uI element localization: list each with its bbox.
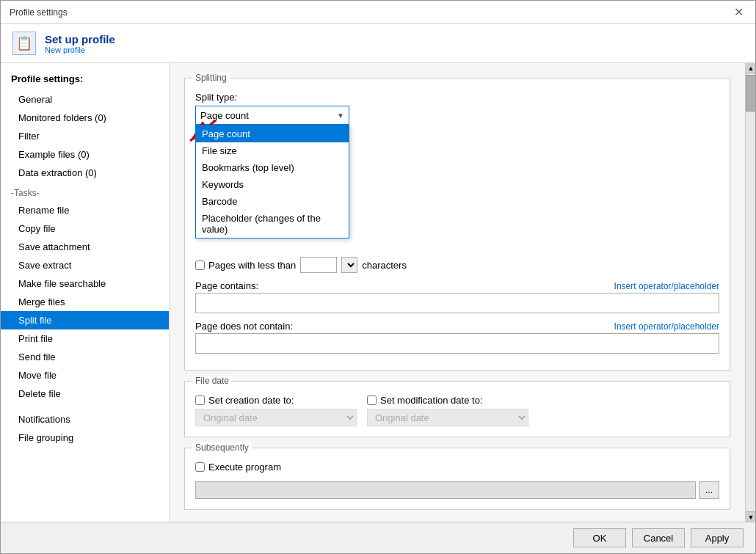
dropdown-option-keywords[interactable]: Keywords: [196, 176, 349, 193]
sidebar-item-merge-files[interactable]: Merge files: [1, 293, 169, 311]
scroll-down-button[interactable]: ▼: [746, 511, 755, 522]
pages-less-row: Pages with less than characters: [195, 257, 719, 273]
file-date-section: File date Set creation date to: Original…: [184, 381, 730, 437]
sidebar-item-save-attachment[interactable]: Save attachment: [1, 238, 169, 256]
sidebar-title: Profile settings:: [1, 70, 169, 90]
page-contains-section: Page contains: Insert operator/placehold…: [195, 280, 719, 313]
set-modification-date-checkbox[interactable]: [367, 396, 377, 405]
creation-date-group: Set creation date to: Original date: [195, 395, 357, 426]
header-title: Set up profile: [45, 33, 115, 45]
characters-label: characters: [362, 260, 407, 271]
pages-less-checkbox-label: Pages with less than: [195, 260, 296, 271]
page-contains-header: Page contains: Insert operator/placehold…: [195, 280, 719, 291]
window-title: Profile settings: [10, 7, 68, 18]
browse-button[interactable]: ...: [699, 481, 719, 499]
content-area: Splitting Split type: Page count ▼ Page …: [170, 63, 745, 522]
sidebar-item-filter[interactable]: Filter: [1, 127, 169, 145]
file-date-legend: File date: [192, 376, 232, 386]
split-type-dropdown[interactable]: Page count ▼: [195, 106, 349, 125]
split-type-label: Split type:: [195, 92, 719, 103]
scroll-up-button[interactable]: ▲: [746, 63, 755, 73]
subsequently-section: Subsequently Execute program ...: [184, 448, 730, 510]
dropdown-option-barcode[interactable]: Barcode: [196, 193, 349, 210]
sidebar-item-make-file-searchable[interactable]: Make file searchable: [1, 274, 169, 293]
page-not-contain-section: Page does not contain: Insert operator/p…: [195, 321, 719, 354]
cancel-button[interactable]: Cancel: [632, 528, 685, 547]
sidebar-item-monitored-folders[interactable]: Monitored folders (0): [1, 109, 169, 127]
creation-date-select[interactable]: Original date: [195, 409, 357, 426]
header: 📋 Set up profile New profile: [1, 24, 755, 63]
pages-less-value-input[interactable]: [300, 257, 337, 273]
main-window: Profile settings ✕ 📋 Set up profile New …: [0, 0, 756, 554]
page-not-contain-label: Page does not contain:: [195, 321, 293, 332]
pages-less-select[interactable]: [341, 257, 357, 273]
page-not-contain-input[interactable]: [195, 333, 719, 354]
dropdown-option-placeholder[interactable]: Placeholder (changes of the value): [196, 210, 349, 238]
set-creation-date-checkbox[interactable]: [195, 396, 205, 405]
main-body: Profile settings: General Monitored fold…: [1, 63, 755, 522]
ok-button[interactable]: OK: [573, 528, 626, 547]
header-subtitle: New profile: [45, 45, 115, 54]
sidebar-item-copy-file[interactable]: Copy file: [1, 219, 169, 238]
sidebar-item-delete-file[interactable]: Delete file: [1, 384, 169, 403]
dropdown-option-file-size[interactable]: File size: [196, 142, 349, 159]
page-contains-input[interactable]: [195, 293, 719, 313]
page-not-contain-header: Page does not contain: Insert operator/p…: [195, 321, 719, 332]
sidebar-item-data-extraction[interactable]: Data extraction (0): [1, 164, 169, 182]
profile-icon: 📋: [12, 32, 36, 55]
sidebar-item-notifications[interactable]: Notifications: [1, 410, 169, 429]
sidebar-item-print-file[interactable]: Print file: [1, 329, 169, 348]
modification-date-group: Set modification date to: Original date: [367, 395, 528, 426]
header-texts: Set up profile New profile: [45, 33, 115, 54]
dropdown-option-bookmarks[interactable]: Bookmarks (top level): [196, 159, 349, 176]
date-row: Set creation date to: Original date Set …: [195, 395, 719, 426]
footer: OK Cancel Apply: [1, 522, 755, 553]
pages-less-checkbox[interactable]: [195, 260, 205, 270]
modification-checkbox-row: Set modification date to:: [367, 395, 528, 406]
close-button[interactable]: ✕: [731, 5, 746, 19]
dropdown-arrow-icon: ▼: [337, 112, 344, 120]
split-type-dropdown-wrapper: Page count ▼ Page count File size Bookma…: [195, 106, 349, 125]
execute-program-input-row: ...: [195, 478, 719, 499]
creation-checkbox-row: Set creation date to:: [195, 395, 357, 406]
sidebar-item-file-grouping[interactable]: File grouping: [1, 429, 169, 447]
sidebar-item-move-file[interactable]: Move file: [1, 366, 169, 384]
sidebar-item-save-extract[interactable]: Save extract: [1, 256, 169, 274]
splitting-legend: Splitting: [192, 73, 230, 83]
sidebar-item-send-file[interactable]: Send file: [1, 348, 169, 366]
sidebar-item-split-file[interactable]: Split file: [1, 311, 169, 329]
execute-program-input[interactable]: [195, 481, 696, 499]
set-creation-date-label: Set creation date to:: [208, 395, 294, 406]
scroll-thumb[interactable]: [746, 75, 755, 112]
set-modification-date-label: Set modification date to:: [380, 395, 482, 406]
apply-button[interactable]: Apply: [691, 528, 744, 547]
page-contains-label: Page contains:: [195, 280, 258, 291]
execute-program-checkbox[interactable]: [195, 462, 205, 472]
dropdown-selected-value: Page count: [200, 110, 249, 121]
execute-program-row: Execute program: [195, 462, 719, 473]
split-type-menu: Page count File size Bookmarks (top leve…: [195, 125, 349, 238]
sidebar-item-rename-file[interactable]: Rename file: [1, 201, 169, 219]
subsequently-legend: Subsequently: [192, 442, 252, 453]
pages-less-label: Pages with less than: [208, 260, 296, 271]
insert-placeholder-link-2[interactable]: Insert operator/placeholder: [614, 321, 719, 332]
insert-placeholder-link-1[interactable]: Insert operator/placeholder: [614, 281, 719, 291]
splitting-section: Splitting Split type: Page count ▼ Page …: [184, 78, 730, 371]
sidebar-item-example-files[interactable]: Example files (0): [1, 145, 169, 164]
dropdown-option-page-count[interactable]: Page count: [196, 125, 349, 142]
tasks-section-label: -Tasks-: [1, 182, 169, 201]
modification-date-select[interactable]: Original date: [367, 409, 528, 426]
scrollbar[interactable]: ▲ ▼: [745, 63, 755, 522]
sidebar-item-general[interactable]: General: [1, 90, 169, 109]
sidebar: Profile settings: General Monitored fold…: [1, 63, 170, 522]
execute-program-label: Execute program: [208, 462, 281, 473]
title-bar: Profile settings ✕: [1, 1, 755, 24]
